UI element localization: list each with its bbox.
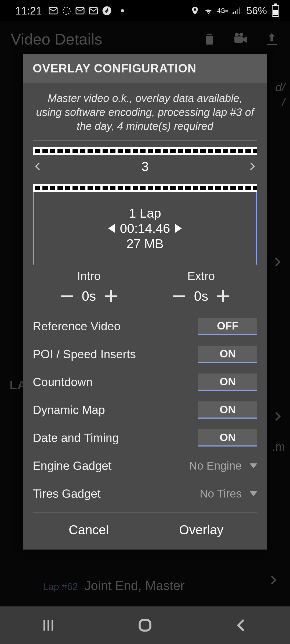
chevron-down-icon (250, 491, 257, 496)
prev-lap-button[interactable] (33, 158, 44, 174)
extro-label: Extro (150, 269, 253, 283)
android-status-bar: 11:21 4G≡ 56% (0, 0, 290, 21)
lap-description: Joint End, Master (84, 578, 185, 593)
dialog-title: OVERLAY CONFIGURATION (23, 54, 267, 83)
bg-text: .m (272, 440, 285, 453)
lap-row: Lap #62 Joint End, Master (43, 578, 185, 593)
shazam-icon (102, 6, 112, 16)
option-toggle[interactable]: ON (198, 401, 257, 419)
status-clock: 11:21 (15, 5, 42, 17)
clip-laps: 1 Lap (129, 206, 161, 221)
chevron-right-icon (272, 256, 284, 268)
option-engine-gadget: Engine Gadget No Engine (33, 452, 257, 480)
gmail-icon (48, 6, 58, 16)
overlay-config-dialog: OVERLAY CONFIGURATION Master video o.k.,… (23, 54, 267, 550)
option-select-value: No Tires (200, 487, 242, 500)
svg-rect-5 (234, 36, 243, 43)
status-left: 11:21 (15, 5, 124, 17)
location-icon (190, 6, 200, 16)
option-label: POI / Speed Inserts (33, 347, 198, 361)
option-toggle[interactable]: ON (198, 429, 257, 447)
more-notifications-icon (121, 9, 124, 12)
svg-point-4 (103, 6, 111, 15)
home-button[interactable] (137, 617, 153, 633)
lap-number-label: Lap #62 (43, 581, 78, 592)
signal-icon (231, 6, 241, 16)
android-nav-bar (0, 606, 290, 644)
network-type: 4G≡ (217, 7, 228, 14)
option-reference-video: Reference Video OFF (33, 312, 257, 340)
chevron-down-icon (250, 463, 257, 468)
delete-icon (202, 31, 217, 46)
option-label: Date and Timing (33, 431, 198, 445)
bg-text: d/ (275, 80, 285, 94)
option-toggle[interactable]: ON (198, 346, 257, 363)
back-button[interactable] (234, 617, 250, 633)
svg-point-1 (63, 7, 70, 14)
option-dynamic-map: Dynamic Map ON (33, 396, 257, 424)
svg-rect-8 (140, 620, 150, 631)
battery-icon (272, 5, 279, 17)
intro-control: Intro 0s (37, 269, 141, 304)
option-label: Countdown (33, 375, 198, 389)
camera-icon (233, 31, 248, 46)
intro-label: Intro (37, 269, 141, 283)
option-countdown: Countdown ON (33, 368, 257, 396)
chevron-right-icon (272, 411, 284, 422)
intro-plus-button[interactable] (103, 288, 119, 304)
option-label: Reference Video (33, 320, 198, 333)
option-label: Tires Gadget (33, 487, 166, 500)
filmstrip-bottom (33, 184, 257, 192)
extro-plus-button[interactable] (215, 288, 231, 304)
overlay-button[interactable]: Overlay (145, 513, 257, 547)
extro-value: 0s (194, 288, 208, 304)
intro-value: 0s (82, 288, 96, 304)
gmail-icon (75, 6, 85, 16)
battery-percent: 56% (247, 5, 267, 17)
intro-minus-button[interactable] (59, 288, 75, 304)
clip-time: 00:14.46 (120, 221, 170, 236)
option-date-timing: Date and Timing ON (33, 424, 257, 452)
page-title: Video Details (11, 30, 202, 48)
svg-point-7 (239, 33, 243, 36)
option-toggle[interactable]: ON (198, 374, 257, 391)
extro-minus-button[interactable] (171, 288, 187, 304)
option-toggle[interactable]: OFF (198, 318, 257, 335)
svg-point-6 (235, 33, 239, 36)
clip-trim-right[interactable] (175, 224, 182, 233)
upload-icon (264, 31, 279, 46)
option-poi-speed-inserts: POI / Speed Inserts ON (33, 340, 257, 368)
lap-number: 3 (142, 159, 149, 174)
chevron-right-icon (267, 574, 279, 590)
option-label: Dynamic Map (33, 403, 198, 417)
app-bar: Video Details (0, 21, 290, 56)
option-select[interactable]: No Engine (166, 459, 257, 472)
next-lap-button[interactable] (247, 158, 257, 174)
bg-text: / (282, 96, 285, 109)
wifi-icon (204, 6, 213, 16)
gmail-icon (89, 6, 98, 16)
cancel-button[interactable]: Cancel (33, 513, 145, 547)
clip-trim-left[interactable] (108, 224, 115, 233)
extro-control: Extro 0s (150, 269, 253, 304)
clip-size: 27 MB (126, 236, 164, 251)
option-select[interactable]: No Tires (166, 487, 257, 500)
option-label: Engine Gadget (33, 459, 166, 473)
recents-button[interactable] (40, 617, 56, 633)
option-tires-gadget: Tires Gadget No Tires (33, 480, 257, 508)
status-right: 4G≡ 56% (190, 5, 279, 17)
dialog-status-message: Master video o.k., overlay data availabl… (33, 90, 257, 141)
loading-icon (62, 6, 71, 16)
option-select-value: No Engine (189, 459, 242, 472)
filmstrip-top (33, 147, 257, 155)
clip-info: 1 Lap 00:14.46 27 MB (33, 192, 257, 265)
